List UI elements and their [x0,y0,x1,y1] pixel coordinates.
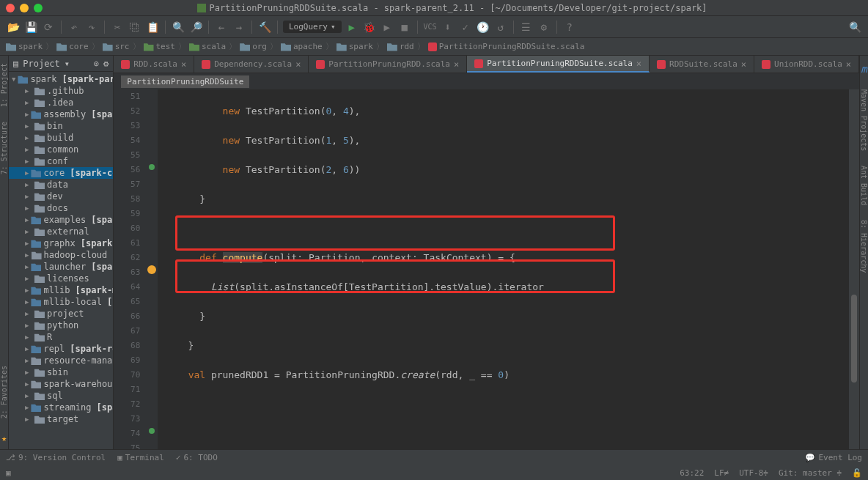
settings-icon[interactable]: ⚙ [537,20,551,34]
tree-item-python[interactable]: ▶python [9,320,113,331]
minimize-window-button[interactable] [20,4,29,12]
editor-tab[interactable]: Dependency.scala× [194,56,309,73]
paste-icon[interactable]: 📋 [145,20,160,34]
structure-icon[interactable]: ☰ [519,20,534,34]
version-control-button[interactable]: ⎇9: Version Control [6,453,106,462]
tree-item-hadoop-cloud[interactable]: ▶hadoop-cloud [9,249,113,261]
replace-icon[interactable]: 🔎 [188,20,203,34]
code-content[interactable]: new TestPartition(0, 4), new TestPartiti… [158,89,849,449]
hierarchy-tool-button[interactable]: 8: Hierarchy [860,220,868,273]
close-tab-icon[interactable]: × [295,59,301,70]
lock-icon[interactable]: 🔓 [852,468,862,478]
editor-tab[interactable]: UnionRDD.scala× [754,56,859,73]
copy-icon[interactable]: ⿻ [128,20,142,34]
tree-item-common[interactable]: ▶common [9,144,113,155]
breadcrumb-core[interactable]: core [56,42,89,51]
close-tab-icon[interactable]: × [741,59,746,70]
terminal-button[interactable]: ▣Terminal [117,453,164,462]
search-everywhere-icon[interactable]: 🔍 [847,20,862,34]
open-icon[interactable]: 📂 [6,20,21,34]
project-tool-button[interactable]: 1: Project [0,63,8,107]
tree-item-core[interactable]: ▶core[spark-core_2.11] [9,167,113,179]
redo-icon[interactable]: ↷ [84,20,99,34]
tree-item-R[interactable]: ▶R [9,331,113,343]
line-gutter[interactable]: 5152535455565758596061626364656667686970… [114,89,146,449]
commit-icon[interactable]: ✓ [458,20,473,34]
back-icon[interactable]: ← [214,20,229,34]
tree-item-bin[interactable]: ▶bin [9,120,113,132]
stop-icon[interactable]: ■ [397,20,412,34]
breadcrumb-test[interactable]: test [144,42,176,51]
structure-tool-button[interactable]: 7: Structure [0,122,8,174]
tree-item-examples[interactable]: ▶examples[spark-examples_2 [9,214,113,226]
close-tab-icon[interactable]: × [454,59,459,70]
tree-item-dev[interactable]: ▶dev [9,191,113,202]
editor-tab[interactable]: PartitionPruningRDD.scala× [309,56,467,73]
code-editor[interactable]: 5152535455565758596061626364656667686970… [114,89,859,449]
tree-item-project[interactable]: ▶project [9,308,113,320]
maven-tool-button[interactable]: Maven Projects [860,89,868,151]
breadcrumb-rdd[interactable]: rdd [387,42,414,51]
breadcrumb-apache[interactable]: apache [281,42,323,51]
breadcrumb-scala[interactable]: scala [189,42,226,51]
build-icon[interactable]: 🔨 [257,20,272,34]
coverage-icon[interactable]: ▶ [380,20,394,34]
tree-root[interactable]: ▼ spark [spark-parent_2.11] ~/Do [9,73,113,85]
collapse-icon[interactable]: ⊙ [94,59,99,69]
breadcrumb-file[interactable]: PartitionPruningRDDSuite.scala [428,42,585,51]
tree-item-target[interactable]: ▶target [9,413,113,425]
tree-item-external[interactable]: ▶external [9,226,113,237]
tree-item-build[interactable]: ▶build [9,132,113,144]
intention-bulb-icon[interactable] [147,265,156,274]
editor-tab[interactable]: RDD.scala× [114,56,194,73]
class-breadcrumb[interactable]: PartitionPruningRDDSuite [121,75,249,88]
close-tab-icon[interactable]: × [181,59,186,70]
run-config-selector[interactable]: LogQuery ▾ [283,21,342,33]
favorites-tool-button[interactable]: 2: Favorites [0,366,8,418]
history-icon[interactable]: 🕐 [476,20,490,34]
close-tab-icon[interactable]: × [636,59,641,69]
undo-icon[interactable]: ↶ [67,20,81,34]
project-tree[interactable]: ▼ spark [spark-parent_2.11] ~/Do ▶.githu… [9,72,113,427]
editor-tab[interactable]: PartitionPruningRDDSuite.scala× [467,56,650,73]
vcs-icon[interactable]: VCS [423,20,438,34]
encoding[interactable]: UTF-8≑ [739,468,768,478]
breadcrumb-spark2[interactable]: spark [336,42,373,51]
run-icon[interactable]: ▶ [345,20,359,34]
tree-item-data[interactable]: ▶data [9,179,113,191]
window-icon[interactable]: ▣ [6,468,11,478]
line-separator[interactable]: LF≠ [714,468,729,478]
tree-item-streaming[interactable]: ▶streaming[spark-streaming_2 [9,402,113,413]
editor-tab[interactable]: RDDSuite.scala× [650,56,754,73]
tree-item-licenses[interactable]: ▶licenses [9,273,113,284]
tree-item-sbin[interactable]: ▶sbin [9,366,113,378]
cursor-position[interactable]: 63:22 [680,468,704,478]
todo-button[interactable]: ✓6: TODO [176,453,218,462]
tree-item-conf[interactable]: ▶conf [9,155,113,167]
breadcrumb-org[interactable]: org [240,42,267,51]
tree-item-sql[interactable]: ▶sql [9,390,113,402]
debug-icon[interactable]: 🐞 [362,20,377,34]
close-tab-icon[interactable]: × [846,59,851,70]
run-gutter-icon[interactable] [149,428,155,434]
find-icon[interactable]: 🔍 [171,20,185,34]
maximize-window-button[interactable] [34,4,43,12]
chevron-down-icon[interactable]: ▾ [65,59,70,69]
run-gutter-icon[interactable] [149,164,155,170]
refresh-icon[interactable]: ⟳ [41,20,56,34]
event-log-button[interactable]: 💬Event Log [805,453,862,462]
tree-item-assembly[interactable]: ▶assembly[spark-assembly_2 [9,108,113,120]
update-icon[interactable]: ⬇ [441,20,455,34]
tree-item-resource-managers[interactable]: ▶resource-managers [9,355,113,366]
git-branch[interactable]: Git: master ≑ [779,468,842,478]
breadcrumb-spark[interactable]: spark [6,42,43,51]
scroll-thumb[interactable] [851,295,857,383]
vertical-scrollbar[interactable] [849,89,859,449]
tree-item-spark-warehouse[interactable]: ▶spark-warehouse [9,378,113,390]
help-icon[interactable]: ? [562,20,577,34]
tree-item-.idea[interactable]: ▶.idea [9,97,113,108]
tree-item-mllib[interactable]: ▶mllib[spark-mllib_2.11] [9,284,113,296]
breadcrumb-src[interactable]: src [103,42,130,51]
settings-icon[interactable]: ⚙ [103,59,108,69]
tree-item-repl[interactable]: ▶repl[spark-repl_2.11] [9,343,113,355]
